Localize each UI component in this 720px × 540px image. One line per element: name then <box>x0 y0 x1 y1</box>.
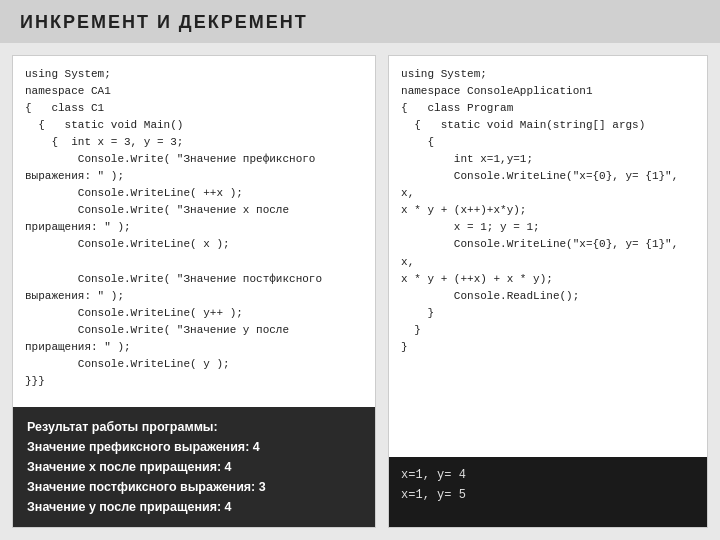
right-code-panel: using System; namespace ConsoleApplicati… <box>388 55 708 528</box>
terminal-box: x=1, y= 4 x=1, y= 5 <box>389 457 707 527</box>
result-line-4: Значение y после приращения: 4 <box>27 497 361 517</box>
left-code-panel: using System; namespace CA1 { class C1 {… <box>12 55 376 528</box>
terminal-line-2: x=1, y= 5 <box>401 485 695 505</box>
result-line-3: Значение постфиксного выражения: 3 <box>27 477 361 497</box>
result-line-1: Значение префиксного выражения: 4 <box>27 437 361 457</box>
content-area: using System; namespace CA1 { class C1 {… <box>0 43 720 540</box>
right-code-text: using System; namespace ConsoleApplicati… <box>401 66 695 356</box>
page: ИНКРЕМЕНТ И ДЕКРЕМЕНТ using System; name… <box>0 0 720 540</box>
terminal-line-1: x=1, y= 4 <box>401 465 695 485</box>
result-line-2: Значение x после приращения: 4 <box>27 457 361 477</box>
result-title: Результат работы программы: <box>27 417 361 437</box>
page-title: ИНКРЕМЕНТ И ДЕКРЕМЕНТ <box>0 0 720 43</box>
left-code-text: using System; namespace CA1 { class C1 {… <box>25 66 363 390</box>
result-box: Результат работы программы: Значение пре… <box>13 407 375 527</box>
